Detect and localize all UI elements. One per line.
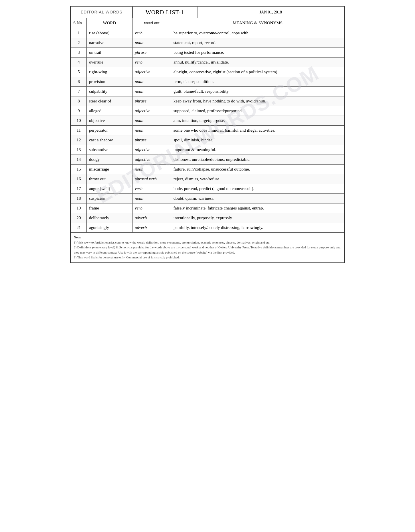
table-row: 2narrativenounstatement, report, record. <box>71 38 344 48</box>
table-row: 18suspicionnoundoubt, qualm, wariness. <box>71 194 344 203</box>
cell-word: rise (above) <box>87 28 133 38</box>
cell-meaning: term, clause; condition. <box>171 77 344 87</box>
cell-word: provision <box>87 77 133 87</box>
cell-meaning: alt-right, conservative, rightist (secti… <box>171 67 344 77</box>
cell-type: verb <box>133 203 171 213</box>
table-body: 1rise (above)verbbe superior to, overcom… <box>71 28 344 233</box>
cell-type: verb <box>133 184 171 194</box>
cell-meaning: being tested for performance. <box>171 48 344 58</box>
cell-type: phrase <box>133 96 171 106</box>
table-row: 1rise (above)verbbe superior to, overcom… <box>71 28 344 38</box>
cell-meaning: statement, report, record. <box>171 38 344 48</box>
cell-sno: 3 <box>71 48 87 58</box>
cell-type: adjective <box>133 145 171 155</box>
table-row: 20deliberatelyadverbintentionally, purpo… <box>71 213 344 223</box>
cell-type: noun <box>133 38 171 48</box>
cell-type: noun <box>133 126 171 135</box>
cell-meaning: some one who does immoral, harmful and i… <box>171 126 344 135</box>
cell-sno: 9 <box>71 106 87 116</box>
cell-meaning: guilt, blame/fault; responsibility. <box>171 87 344 96</box>
col-type: weed out <box>133 18 171 28</box>
cell-sno: 2 <box>71 38 87 48</box>
column-header-row: S.No WORD weed out MEANING & SYNONYMS <box>71 18 344 28</box>
cell-type: phrase <box>133 135 171 145</box>
cell-word: throw out <box>87 174 133 184</box>
cell-type: noun <box>133 165 171 174</box>
cell-word: substantive <box>87 145 133 155</box>
cell-sno: 20 <box>71 213 87 223</box>
cell-type: adjective <box>133 106 171 116</box>
cell-sno: 7 <box>71 87 87 96</box>
cell-sno: 21 <box>71 223 87 233</box>
cell-meaning: intentionally, purposely, expressly. <box>171 213 344 223</box>
note-line: 2) Definitions (elementary level) & Syno… <box>74 245 341 255</box>
cell-meaning: doubt, qualm, wariness. <box>171 194 344 203</box>
cell-sno: 18 <box>71 194 87 203</box>
cell-word: right-wing <box>87 67 133 77</box>
cell-sno: 6 <box>71 77 87 87</box>
cell-sno: 17 <box>71 184 87 194</box>
cell-type: phrase <box>133 48 171 58</box>
cell-meaning: supposed, claimed, professed/purported. <box>171 106 344 116</box>
cell-sno: 14 <box>71 155 87 165</box>
cell-meaning: falsely incriminate, fabricate charges a… <box>171 203 344 213</box>
cell-word: dodgy <box>87 155 133 165</box>
table-row: 16throw outphrasal verbreject, dismiss, … <box>71 174 344 184</box>
table-row: 14dodgyadjectivedishonest, unreliable/du… <box>71 155 344 165</box>
table-row: 21agonisinglyadverbpainfully, intensely/… <box>71 223 344 233</box>
table-row: 12cast a shadowphrasespoil, diminish, hi… <box>71 135 344 145</box>
cell-type: noun <box>133 116 171 126</box>
cell-type: verb <box>133 58 171 67</box>
cell-word: on trail <box>87 48 133 58</box>
cell-type: verb <box>133 28 171 38</box>
cell-word: narrative <box>87 38 133 48</box>
cell-word: deliberately <box>87 213 133 223</box>
cell-type: adverb <box>133 223 171 233</box>
cell-word: miscarriage <box>87 165 133 174</box>
word-list-table: EDITORIAL WORDS WORD LIST-1 JAN 01, 2018… <box>71 6 344 263</box>
cell-word: culpability <box>87 87 133 96</box>
table-row: 4overruleverbannul, nullify/cancel, inva… <box>71 58 344 67</box>
cell-meaning: keep away from, have nothing to do with,… <box>171 96 344 106</box>
cell-sno: 8 <box>71 96 87 106</box>
cell-type: noun <box>133 194 171 203</box>
cell-word: perpetrator <box>87 126 133 135</box>
cell-type: adverb <box>133 213 171 223</box>
cell-word: overrule <box>87 58 133 67</box>
cell-word: agonisingly <box>87 223 133 233</box>
cell-sno: 10 <box>71 116 87 126</box>
table-row: 7culpabilitynounguilt, blame/fault; resp… <box>71 87 344 96</box>
cell-word: suspicion <box>87 194 133 203</box>
col-word: WORD <box>87 18 133 28</box>
cell-meaning: reject, dismiss, veto/refuse. <box>171 174 344 184</box>
table-row: 13substantiveadjectiveimportant & meanin… <box>71 145 344 155</box>
note-line: Note: <box>74 235 341 240</box>
table-row: 6provisionnounterm, clause; condition. <box>71 77 344 87</box>
cell-sno: 4 <box>71 58 87 67</box>
brand-cell: EDITORIAL WORDS <box>71 7 133 18</box>
table-row: 9allegedadjectivesupposed, claimed, prof… <box>71 106 344 116</box>
cell-word: objective <box>87 116 133 126</box>
header-top-row: EDITORIAL WORDS WORD LIST-1 JAN 01, 2018 <box>71 7 344 18</box>
cell-type: phrasal verb <box>133 174 171 184</box>
cell-meaning: important & meaningful. <box>171 145 344 155</box>
note-line: 1) Visit www.oxforddictionaries.com to k… <box>74 240 341 245</box>
cell-word: cast a shadow <box>87 135 133 145</box>
page-container: EDITORIALWORDS.COM EDITORIAL WORDS WORD … <box>70 6 345 263</box>
cell-meaning: annul, nullify/cancel, invalidate. <box>171 58 344 67</box>
table-row: 11perpetratornounsome one who does immor… <box>71 126 344 135</box>
table-row: 15miscarriagenounfailure, ruin/collapse,… <box>71 165 344 174</box>
col-sno: S.No <box>71 18 87 28</box>
col-meaning: MEANING & SYNONYMS <box>171 18 344 28</box>
cell-meaning: failure, ruin/collapse, unsuccessful out… <box>171 165 344 174</box>
cell-sno: 19 <box>71 203 87 213</box>
cell-word: augur (well) <box>87 184 133 194</box>
cell-type: noun <box>133 87 171 96</box>
cell-word: frame <box>87 203 133 213</box>
table-row: 8steer clear ofphrasekeep away from, hav… <box>71 96 344 106</box>
notes-row: Note:1) Visit www.oxforddictionaries.com… <box>71 233 344 263</box>
table-row: 5right-wingadjectivealt-right, conservat… <box>71 67 344 77</box>
date-cell: JAN 01, 2018 <box>197 7 344 18</box>
cell-sno: 12 <box>71 135 87 145</box>
cell-type: adjective <box>133 155 171 165</box>
